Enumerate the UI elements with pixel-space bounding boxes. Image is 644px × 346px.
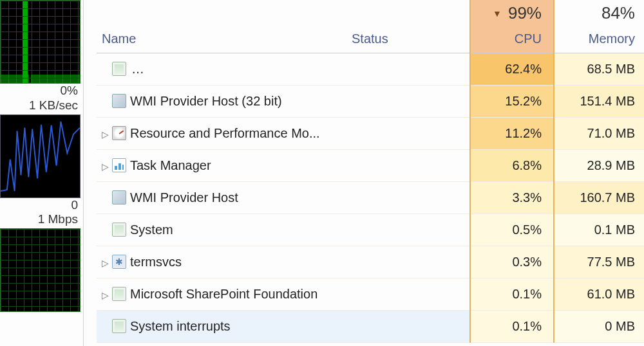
wmi-icon <box>112 190 126 205</box>
process-name: WMI Provider Host <box>130 190 238 205</box>
process-name: System <box>130 223 173 237</box>
process-status-cell <box>348 149 470 181</box>
perf-icon <box>112 126 126 140</box>
process-name: srvany.exe <box>130 59 348 79</box>
process-name-cell[interactable]: System <box>97 214 348 246</box>
col-header-memory[interactable]: Memory <box>554 26 644 53</box>
expand-icon[interactable] <box>99 258 111 268</box>
process-status-cell <box>348 278 470 310</box>
process-row[interactable]: termsvcs0.3%77.5 MB <box>97 246 644 278</box>
mini-chart-network[interactable] <box>0 114 80 198</box>
process-memory-cell: 0.1 MB <box>554 214 644 246</box>
process-name: WMI Provider Host (32 bit) <box>130 94 282 108</box>
process-name-cell[interactable]: Resource and Performance Mo... <box>97 117 348 149</box>
process-row[interactable]: WMI Provider Host3.3%160.7 MB <box>97 181 644 214</box>
cpu-chart-value: 0% <box>0 84 82 98</box>
process-name: System interrupts <box>130 319 231 333</box>
process-cpu-cell: 0.3% <box>470 246 554 278</box>
process-table[interactable]: ▼99% 84% Name Status CPU Memory srvany.e… <box>97 0 644 343</box>
process-name: Task Manager <box>130 158 211 172</box>
process-status-cell <box>348 310 470 342</box>
col-header-status[interactable]: Status <box>348 26 470 53</box>
process-row[interactable]: WMI Provider Host (32 bit)15.2%151.4 MB <box>97 85 644 117</box>
col-header-cpu-total[interactable]: ▼99% <box>470 0 554 26</box>
process-cpu-cell: 0.1% <box>470 310 554 342</box>
process-cpu-cell: 15.2% <box>470 85 554 117</box>
process-memory-cell: 71.0 MB <box>554 117 644 149</box>
process-name-cell[interactable]: Task Manager <box>97 149 348 181</box>
process-memory-cell: 68.5 MB <box>554 53 644 85</box>
gear-icon <box>112 255 126 269</box>
process-cpu-cell: 0.5% <box>470 214 554 246</box>
app-icon <box>112 223 126 237</box>
process-memory-cell: 160.7 MB <box>554 181 644 214</box>
process-status-cell <box>348 246 470 278</box>
expand-icon[interactable] <box>99 161 111 172</box>
process-name-cell[interactable]: Microsoft SharePoint Foundation <box>97 278 348 310</box>
process-table-panel: ▼99% 84% Name Status CPU Memory srvany.e… <box>84 0 644 346</box>
app-icon <box>112 319 126 333</box>
process-memory-cell: 28.9 MB <box>554 149 644 181</box>
process-cpu-cell: 3.3% <box>470 181 554 214</box>
process-name-cell[interactable]: WMI Provider Host <box>97 181 348 214</box>
mini-chart-disk[interactable] <box>0 228 80 312</box>
process-cpu-cell: 6.8% <box>470 149 554 181</box>
process-cpu-cell: 62.4% <box>470 53 554 85</box>
process-cpu-cell: 11.2% <box>470 117 554 149</box>
table-header[interactable]: ▼99% 84% Name Status CPU Memory <box>97 0 644 53</box>
process-name: termsvcs <box>130 255 182 269</box>
process-memory-cell: 61.0 MB <box>554 278 644 310</box>
process-row[interactable]: srvany.exe62.4%68.5 MB <box>97 53 644 85</box>
app-icon <box>112 287 126 301</box>
app-icon <box>112 62 126 76</box>
cpu-chart-caption: 1 KB/sec <box>0 98 82 113</box>
col-header-mem-total[interactable]: 84% <box>554 0 644 26</box>
process-name-cell[interactable]: termsvcs <box>97 246 348 278</box>
process-status-cell <box>348 117 470 149</box>
tm-icon <box>112 158 126 172</box>
process-status-cell <box>348 85 470 117</box>
process-name: Resource and Performance Mo... <box>130 126 320 140</box>
net-chart-caption: 1 Mbps <box>0 212 82 227</box>
process-cpu-cell: 0.1% <box>470 278 554 310</box>
expand-icon[interactable] <box>99 129 111 140</box>
process-memory-cell: 151.4 MB <box>554 85 644 117</box>
process-memory-cell: 0 MB <box>554 310 644 342</box>
process-memory-cell: 77.5 MB <box>554 246 644 278</box>
process-status-cell <box>348 181 470 214</box>
process-name: Microsoft SharePoint Foundation <box>130 287 317 301</box>
process-name-cell[interactable]: srvany.exe <box>97 53 348 85</box>
process-name-cell[interactable]: WMI Provider Host (32 bit) <box>97 85 348 117</box>
process-row[interactable]: System0.5%0.1 MB <box>97 214 644 246</box>
net-chart-value: 0 <box>0 198 82 213</box>
expand-icon[interactable] <box>99 290 111 300</box>
col-header-name[interactable]: Name <box>97 26 348 53</box>
process-row[interactable]: Resource and Performance Mo...11.2%71.0 … <box>97 117 644 149</box>
sort-desc-icon: ▼ <box>493 8 502 19</box>
process-status-cell <box>348 214 470 246</box>
process-name-cell[interactable]: System interrupts <box>97 310 348 342</box>
process-row[interactable]: Task Manager6.8%28.9 MB <box>97 149 644 181</box>
process-row[interactable]: Microsoft SharePoint Foundation0.1%61.0 … <box>97 278 644 310</box>
wmi-icon <box>112 94 126 108</box>
col-header-cpu[interactable]: CPU <box>470 26 554 53</box>
process-row[interactable]: System interrupts0.1%0 MB <box>97 310 644 342</box>
process-status-cell <box>348 53 470 85</box>
mini-chart-cpu[interactable] <box>0 0 80 84</box>
sidebar-mini-charts: 0% 1 KB/sec 0 1 Mbps <box>0 0 84 346</box>
